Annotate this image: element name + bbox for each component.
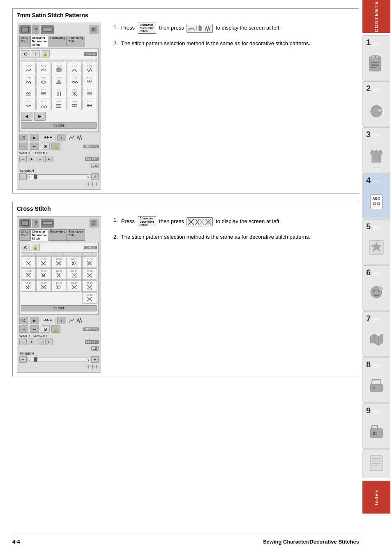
stitch-cell-10-02[interactable]: 10-02 [36, 256, 51, 268]
character-decorative-btn-1[interactable]: CharacterDecorativeStitch [138, 23, 157, 34]
width-label-2: WIDTH [19, 334, 30, 338]
step-num-1-1: 1. [113, 23, 118, 31]
ls-btn-2[interactable]: L S [91, 346, 99, 351]
delete-btn-2[interactable]: DELETE [85, 340, 99, 344]
stitch-cell-9-06[interactable]: 9-06 [21, 75, 36, 86]
stitch-cell-9-10[interactable]: 9-10 [82, 75, 97, 86]
stitch-cell-9-18[interactable]: 9-18 [51, 99, 66, 110]
stitch-cell-9-16[interactable]: 9-16 [21, 99, 36, 110]
memory-btn-2[interactable]: MEMORY [83, 327, 99, 331]
stitch-cell-9-13[interactable]: 9-13 [51, 87, 66, 98]
stitch-cell-9-15[interactable]: 9-15 [82, 87, 97, 98]
footer-page-num: 4-4 [12, 539, 20, 545]
stitch-cell-9-11[interactable]: 9-11 [21, 87, 36, 98]
tension-minus-1[interactable]: − [19, 173, 27, 180]
bottom-icon-4a: ↔ [19, 325, 28, 333]
machine2-tab3: Embroidery [48, 229, 67, 241]
thread-tension-icon-2 [86, 364, 99, 370]
tension-minus-2[interactable]: − [19, 356, 27, 363]
bottom-icon-2b: ⇐ [30, 143, 39, 150]
width-minus-2[interactable]: − [19, 339, 27, 345]
length-minus-1[interactable]: − [37, 156, 44, 162]
section1-title: 7mm Satin Stitch Patterns [17, 12, 355, 18]
tension-label-2: TENSION [19, 352, 34, 355]
stitch-cell-9-04[interactable]: 9-04 [67, 63, 82, 74]
prev-btn-1[interactable]: ◄ [21, 112, 32, 121]
stitch-cell-9-01[interactable]: 9-01 [21, 63, 36, 74]
sidebar-tab-8[interactable]: 8 — [362, 357, 390, 403]
stitch-cell-10-11[interactable]: 10-11 [21, 280, 36, 292]
machine1-tab2: CharacterDecorativeStitch [30, 36, 48, 47]
stitch-cell-10-10[interactable]: 10-10 [82, 268, 97, 280]
stitch-cell-9-17[interactable]: 9-17 [36, 99, 51, 110]
sidebar-tab-notes[interactable] [362, 449, 390, 478]
close-btn-1[interactable]: CLOSE [21, 122, 97, 129]
stitch-cell-9-19[interactable]: 9-19 [67, 99, 82, 110]
sidebar-tab-9[interactable]: 9 — 91 [362, 403, 390, 449]
stitch-cell-9-05[interactable]: 9-05 [82, 63, 97, 74]
memory-btn-1[interactable]: MEMORY [83, 145, 99, 148]
delete-btn-1[interactable]: DELETE [85, 157, 99, 161]
width-plus-1[interactable]: + [28, 156, 35, 162]
tension-plus-2[interactable]: + [91, 356, 99, 363]
tab-6-icon [369, 285, 384, 302]
stitch-cell-10-06[interactable]: 10-06 [21, 268, 36, 280]
step-2-2: 2. The stitch pattern selection method i… [113, 233, 355, 241]
stitch-cell-9-02[interactable]: 9-02 [36, 63, 51, 74]
length-plus-2[interactable]: + [45, 339, 53, 345]
satin-stitch-icons-1[interactable] [187, 24, 213, 33]
step-content-2-1: Press CharacterDecorativeStitch then pre… [121, 216, 281, 227]
stitch-cell-10-09[interactable]: 10-09 [67, 268, 82, 280]
sidebar-tab-2[interactable]: 2 — [362, 81, 390, 127]
stitch-cell-9-03[interactable]: 9-03 [51, 63, 66, 74]
width-plus-2[interactable]: + [28, 339, 35, 345]
sidebar-tab-1[interactable]: 1 — [362, 35, 390, 81]
stitch-cell-9-09[interactable]: 9-09 [67, 75, 82, 86]
stitch-cell-10-14[interactable]: 10-14 [67, 280, 82, 292]
machine2-tool2: 🔒 [31, 244, 40, 251]
stitch-cell-9-14[interactable]: 9-14 [67, 87, 82, 98]
tab-7-icon [369, 331, 384, 348]
sidebar-tab-6[interactable]: 6 — [362, 265, 390, 311]
close-btn-2[interactable]: CLOSE [21, 305, 97, 311]
page-footer: 4-4 Sewing Character/Decorative Stitches [12, 535, 359, 545]
stitch-cell-10-04[interactable]: 10-04 [67, 256, 82, 268]
stitch-cell-10-08[interactable]: 10-08 [51, 268, 66, 280]
stitch-cell-10-03[interactable]: 10-03 [51, 256, 66, 268]
stitch-cell-9-20[interactable]: 9-20 [82, 99, 97, 110]
machine1-tab3: Embroidery [48, 36, 67, 47]
stitch-cell-10-15[interactable]: 10-15 [82, 280, 97, 292]
tab-dash-3: — [374, 131, 379, 138]
stitch-cell-9-08[interactable]: 9-08 [51, 75, 66, 86]
stitch-cell-9-07[interactable]: 9-07 [36, 75, 51, 86]
stitch-cell-10-16[interactable]: 10-16 [82, 292, 97, 304]
tension-plus-1[interactable]: + [91, 173, 99, 180]
contents-tab[interactable]: CONTENTS [362, 0, 390, 33]
index-tab[interactable]: Index [362, 481, 390, 514]
stitch-cell-10-07[interactable]: 10-07 [36, 268, 51, 280]
machine1-tool3: 🔒 [41, 50, 50, 58]
cross-stitch-icons-2[interactable] [187, 217, 213, 226]
svg-rect-27 [22, 28, 28, 32]
sidebar-tab-3[interactable]: 3 — ...... [362, 127, 390, 173]
sidebar-tab-5[interactable]: 5 — [362, 219, 390, 265]
stitch-cell-10-12[interactable]: 10-12 [36, 280, 51, 292]
section1-content: ? UtilityStitch CharacterDec [17, 23, 355, 190]
tab-dash-4: — [374, 177, 379, 184]
length-minus-2[interactable]: − [37, 339, 44, 345]
character-decorative-btn-2[interactable]: CharacterDecorativeStitch [138, 216, 157, 227]
bottom-icon-4b: ⇐ [30, 325, 39, 333]
stitch-cell-9-12[interactable]: 9-12 [36, 87, 51, 98]
width-minus-1[interactable]: − [19, 156, 27, 162]
tab-num-8: 8 [366, 360, 371, 369]
next-btn-1[interactable]: ► [34, 112, 46, 121]
stitch-cell-10-01[interactable]: 10-01 [21, 256, 36, 268]
stitch-cell-10-05[interactable]: 10-05 [82, 256, 97, 268]
length-plus-1[interactable]: + [45, 156, 53, 162]
bottom-icon-1c: ↕ [57, 134, 66, 141]
sidebar-tab-7[interactable]: 7 — [362, 311, 390, 357]
ls-btn-1[interactable]: L S [91, 164, 99, 168]
sidebar-tab-4[interactable]: 4 — ABC ✿✿ [362, 173, 390, 219]
stitch-cell-10-13[interactable]: 10-13 [51, 280, 66, 292]
machine1-tool1: ⊙ [21, 50, 30, 58]
